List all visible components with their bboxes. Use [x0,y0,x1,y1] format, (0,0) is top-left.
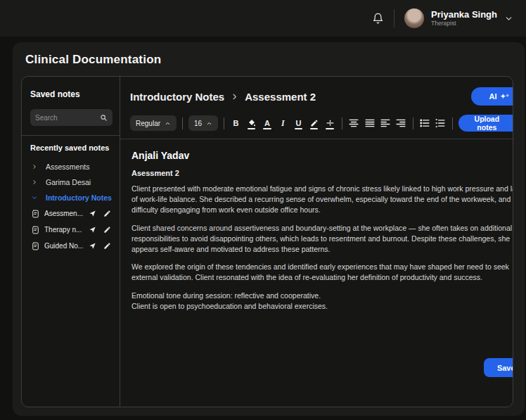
align-center-button[interactable] [348,116,360,130]
bullet-list-button[interactable] [419,116,431,130]
document-icon [31,225,40,235]
underline-bar [326,128,333,129]
search-box [30,109,113,126]
font-size-dropdown[interactable]: 16 [188,115,218,131]
editor-pane: Introductory Notes Assessment 2 AI ✦✧ Re… [120,77,513,407]
font-style-value: Regular [136,120,160,127]
notification-bell-button[interactable] [372,13,384,25]
toolbar-separator [182,117,183,129]
font-size-value: 16 [194,120,202,127]
note-line: Emotional tone during session: reflectiv… [132,291,513,301]
sidebar-divider [22,135,120,136]
search-icon [100,114,108,122]
italic-icon: I [281,119,285,127]
sidebar-group-garima-desai[interactable]: Garima Desai [30,174,113,190]
saved-notes-sidebar: Saved notes Recently saved notes A [22,77,120,407]
highlight-color-button[interactable] [245,116,257,130]
note-item-therapy[interactable]: Therapy n... [30,222,113,238]
search-input[interactable] [35,114,97,122]
strikethrough-button[interactable] [323,116,335,130]
chevron-right-icon [231,93,238,101]
note-paragraph: We explored the origin of these tendenci… [132,262,513,283]
save-button[interactable]: Save [484,358,513,377]
align-left-icon [380,119,390,127]
toolbar-separator [224,117,224,129]
breadcrumb: Introductory Notes Assessment 2 [130,91,316,103]
chevron-right-icon [32,164,37,170]
color-bar [263,128,271,129]
bell-icon [372,13,384,25]
edit-pencil-icon[interactable] [102,242,113,250]
breadcrumb-parent[interactable]: Introductory Notes [130,91,224,103]
numbered-list-icon [435,119,445,127]
sidebar-title: Saved notes [30,89,113,99]
user-role: Therapist [431,20,497,27]
numbered-list-button[interactable] [435,116,447,130]
page-title: Clinical Documentation [25,53,161,67]
note-editor-surface[interactable]: Anjali Yadav Asessment 2 Client presente… [130,139,513,407]
color-bar [310,128,318,129]
format-toolbar: Regular 16 B [130,115,513,132]
align-justify-button[interactable] [364,116,376,130]
note-label: Therapy n... [44,226,83,234]
toolbar-separator [342,117,342,129]
sidebar-group-introductory-notes[interactable]: Introductory Notes [30,190,113,205]
send-icon[interactable] [87,226,98,234]
upload-notes-button[interactable]: Upload notes [458,115,513,132]
chevron-right-icon [32,179,37,185]
note-line: Client is open to psychoeducation and be… [132,301,513,312]
profile-menu[interactable]: Priyanka Singh Therapist [404,8,513,28]
note-item-guided[interactable]: Guided No... [30,238,113,254]
chevron-down-icon [32,195,37,201]
ai-button-label: AI [489,92,496,101]
color-bar [248,128,255,129]
note-label: Guided No... [44,242,83,250]
top-bar: Priyanka Singh Therapist [0,0,526,37]
profile-text: Priyanka Singh Therapist [431,10,497,27]
bullet-list-icon [420,119,430,127]
underline-bar [295,128,302,129]
note-title-heading: Asessment 2 [132,169,513,177]
edit-pencil-icon[interactable] [102,226,113,234]
group-label: Introductory Notes [46,193,112,202]
topbar-divider [394,9,394,27]
upload-icon [512,120,513,127]
align-center-icon [349,119,359,127]
align-justify-icon [365,119,375,127]
note-label: Asessmen... [44,210,83,217]
avatar [404,8,424,28]
ai-button[interactable]: AI ✦✧ [471,87,513,106]
recent-notes-heading: Recently saved notes [30,144,113,152]
note-paragraph: Client presented with moderate emotional… [132,184,513,215]
edit-pencil-icon[interactable] [102,210,113,217]
underline-button[interactable]: U [293,116,304,130]
group-label: Assessments [46,163,89,171]
text-color-icon: A [264,120,270,127]
group-label: Garima Desai [46,178,91,186]
pen-icon [310,119,319,127]
font-style-dropdown[interactable]: Regular [130,115,177,131]
italic-button[interactable]: I [277,116,289,130]
pen-color-button[interactable] [308,116,320,130]
toolbar-separator [413,117,413,129]
align-right-button[interactable] [394,116,406,130]
note-item-asessment[interactable]: Asessmen... [30,205,113,222]
document-icon [31,209,40,219]
align-right-icon [396,119,406,127]
toolbar-separator [452,117,453,129]
client-name-heading: Anjali Yadav [132,150,513,161]
upload-notes-label: Upload notes [466,115,508,132]
text-color-button[interactable]: A [261,116,273,130]
sparkles-icon: ✦✧ [500,94,509,100]
documentation-card: Saved notes Recently saved notes A [21,76,513,407]
sidebar-group-assessments[interactable]: Assessments [30,159,113,174]
align-left-button[interactable] [379,116,391,130]
send-icon[interactable] [87,210,98,217]
underline-icon: U [296,120,302,127]
send-icon[interactable] [87,242,98,250]
chevron-down-icon[interactable] [504,14,513,23]
bold-button[interactable]: B [230,116,242,130]
chevron-up-icon [206,120,212,127]
chevron-up-icon [165,120,171,127]
editor-header: Introductory Notes Assessment 2 AI ✦✧ [130,77,513,106]
